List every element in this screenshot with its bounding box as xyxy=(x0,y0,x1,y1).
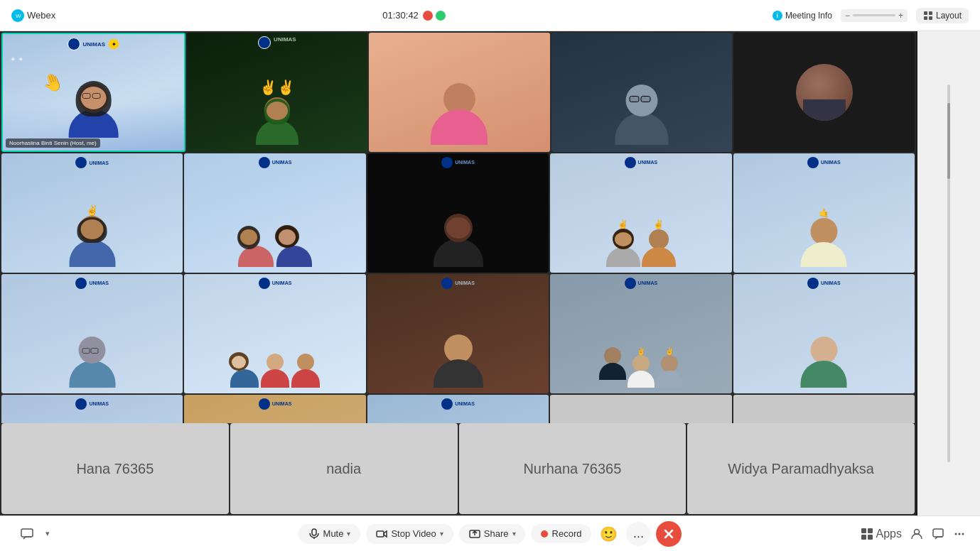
unimas-logo2: ✦ xyxy=(108,38,119,50)
face6 xyxy=(81,219,104,239)
mute-button[interactable]: Mute ▾ xyxy=(298,524,361,544)
meeting-info-button[interactable]: i Meeting Info xyxy=(772,11,832,21)
svg-rect-16 xyxy=(868,535,873,540)
participant-cell-7[interactable]: UNIMAS xyxy=(184,153,365,273)
reaction-emoji-button[interactable]: 🙂 xyxy=(597,523,620,545)
nurhana-name: Nurhana 76365 xyxy=(523,461,621,477)
head-6 xyxy=(79,216,106,243)
unimas-h8: UNIMAS xyxy=(367,157,549,168)
participant-cell-9[interactable]: UNIMAS ✌️ ✌️ xyxy=(550,153,731,273)
chat-button[interactable] xyxy=(14,524,40,544)
head10 xyxy=(810,218,837,245)
participant-cell-2[interactable]: UNIMAS ✌️✌️ xyxy=(187,33,368,152)
rec-dot-red xyxy=(423,11,433,21)
participant-cell-1[interactable]: UNIMAS ✦ ✦ ✦ 🤚 xyxy=(1,33,185,152)
bottom-cell-nurhana[interactable]: Nurhana 76365 xyxy=(459,423,686,514)
b11 xyxy=(69,361,115,388)
end-call-icon xyxy=(662,528,675,540)
b14a xyxy=(599,363,626,380)
hand-6: ✌️ xyxy=(69,204,115,216)
participant-cell-12[interactable]: UNIMAS xyxy=(184,274,365,393)
hnd14: ✌️ xyxy=(628,347,655,355)
head9a xyxy=(613,229,633,249)
zoom-in-icon[interactable]: + xyxy=(898,11,903,21)
face-2 xyxy=(266,102,288,120)
participant-cell-14[interactable]: UNIMAS ✌️ ✌️ xyxy=(550,274,731,393)
f12a xyxy=(232,356,246,369)
svg-rect-3 xyxy=(929,11,932,15)
svg-rect-18 xyxy=(933,529,943,537)
person-sim-4 xyxy=(615,84,669,145)
zoom-slider[interactable] xyxy=(853,14,895,16)
unimas-h10: UNIMAS xyxy=(733,157,915,168)
participant-cell-13[interactable]: UNIMAS xyxy=(367,274,549,393)
p12b xyxy=(261,354,289,388)
chat-right-button[interactable] xyxy=(932,528,944,540)
hnd14c: ✌️ xyxy=(656,347,683,355)
person-10: 🤙 xyxy=(801,208,847,267)
e13 xyxy=(441,278,453,289)
h14a xyxy=(604,347,621,364)
p12c xyxy=(291,354,320,388)
svg-rect-6 xyxy=(21,529,33,537)
widya-name: Widya Paramadhyaksa xyxy=(728,461,874,477)
more-options-button[interactable]: … xyxy=(626,522,650,546)
scrollbar-track[interactable] xyxy=(947,84,950,463)
meeting-info-icon: i xyxy=(772,11,782,21)
emb7 xyxy=(259,157,270,168)
recording-indicators xyxy=(423,11,446,21)
more-right-button[interactable] xyxy=(953,528,966,540)
emb9 xyxy=(625,157,636,168)
record-dot-icon xyxy=(542,530,549,538)
end-call-button[interactable] xyxy=(656,521,682,547)
participant-cell-11[interactable]: UNIMAS xyxy=(1,274,183,393)
scrollbar-thumb[interactable] xyxy=(947,103,950,179)
bottom-cell-hana[interactable]: Hana 76365 xyxy=(1,423,229,514)
hand-emoji: 🤚 xyxy=(40,70,67,96)
stop-video-button[interactable]: Stop Video ▾ xyxy=(366,524,453,544)
svg-rect-13 xyxy=(861,528,866,533)
webex-logo: W Webex xyxy=(11,9,55,22)
uh17: UNIMAS xyxy=(184,398,365,410)
glasses xyxy=(82,93,100,99)
zoom-out-icon[interactable]: − xyxy=(845,11,850,21)
face7b xyxy=(279,229,296,245)
h14c xyxy=(661,355,678,372)
video-caret[interactable]: ▾ xyxy=(440,530,443,538)
toolbar-center: Mute ▾ Stop Video ▾ Share ▾ Record xyxy=(298,521,682,547)
participant-name-1: Noorhaslina Binti Senin (Host, me) xyxy=(6,138,100,148)
nadia-name: nadia xyxy=(326,461,361,477)
p15 xyxy=(801,337,847,388)
bottom-row-section: Hana 76365 nadia Nurhana 76365 Widya Par… xyxy=(0,423,916,515)
participant-cell-5[interactable] xyxy=(733,33,915,152)
share-button[interactable]: Share ▾ xyxy=(459,524,526,544)
participant-cell-10[interactable]: UNIMAS 🤙 xyxy=(733,153,915,273)
chat-caret[interactable]: ▾ xyxy=(45,529,50,538)
face7a xyxy=(240,229,257,245)
bottom-cell-nadia[interactable]: nadia xyxy=(230,423,458,514)
p14a xyxy=(599,347,626,388)
svg-rect-4 xyxy=(924,16,927,20)
hand10: 🤙 xyxy=(801,208,847,218)
apps-button[interactable]: Apps xyxy=(861,528,902,540)
layout-button[interactable]: Layout xyxy=(916,8,969,23)
emb10 xyxy=(807,157,819,168)
participant-cell-15[interactable]: UNIMAS xyxy=(733,274,915,393)
persons-7 xyxy=(238,227,312,267)
p14c: ✌️ xyxy=(656,347,683,388)
participant-cell-4[interactable] xyxy=(551,33,733,152)
mute-caret[interactable]: ▾ xyxy=(347,530,350,538)
record-button[interactable]: Record xyxy=(532,524,592,543)
b13 xyxy=(434,359,483,388)
h14b xyxy=(632,355,650,372)
participant-cell-6[interactable]: UNIMAS ✌️ xyxy=(1,153,183,273)
bottom-cell-widya[interactable]: Widya Paramadhyaksa xyxy=(687,423,915,514)
h12c xyxy=(297,354,314,371)
participants-button[interactable] xyxy=(910,528,923,540)
share-caret[interactable]: ▾ xyxy=(512,530,516,538)
body8 xyxy=(434,239,483,267)
unimas-label-2: UNIMAS xyxy=(274,36,296,49)
face9a xyxy=(615,232,632,246)
participant-cell-3[interactable] xyxy=(369,33,550,152)
participant-cell-8[interactable]: UNIMAS xyxy=(367,153,549,273)
